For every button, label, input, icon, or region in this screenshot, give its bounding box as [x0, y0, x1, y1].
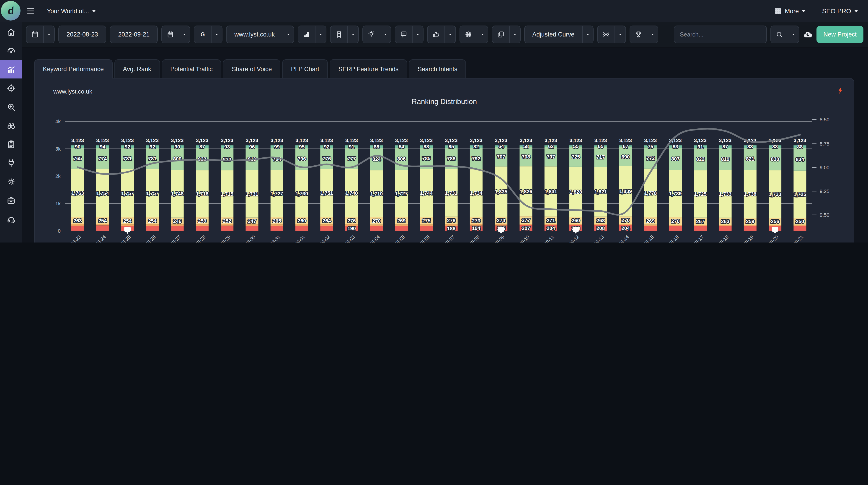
sidebar-item-reports[interactable] [0, 135, 22, 153]
svg-text:3,123: 3,123 [146, 138, 159, 143]
tab-plp-chart[interactable]: PLP Chart [282, 59, 328, 79]
svg-text:1,835: 1,835 [495, 189, 507, 195]
insights-button[interactable] [362, 26, 391, 44]
chevron-down-icon [802, 10, 806, 12]
chart-steps-icon [298, 26, 315, 43]
svg-text:3,123: 3,123 [794, 138, 806, 143]
keyword-groups-button[interactable] [330, 26, 359, 44]
svg-text:83: 83 [673, 144, 678, 149]
dropdown-caret[interactable] [647, 26, 658, 43]
svg-text:3,123: 3,123 [296, 138, 308, 143]
svg-text:3,123: 3,123 [71, 138, 84, 143]
tab-keyword-performance[interactable]: Keyword Performance [34, 59, 113, 79]
tab-share-of-voice[interactable]: Share of Voice [223, 59, 281, 79]
dropdown-caret[interactable] [347, 26, 358, 43]
search-input[interactable] [674, 26, 767, 44]
svg-text:96: 96 [249, 144, 255, 150]
sidebar-item-rankings[interactable] [0, 60, 22, 79]
svg-text:270: 270 [621, 218, 630, 223]
tab-avg-rank[interactable]: Avg. Rank [114, 59, 160, 79]
sidebar-item-research[interactable] [0, 97, 22, 116]
app-logo-icon[interactable]: d [1, 1, 21, 21]
svg-text:93: 93 [224, 144, 230, 150]
svg-text:8.50: 8.50 [820, 117, 830, 122]
sidebar-item-settings[interactable] [0, 172, 22, 191]
sidebar-item-integrations[interactable] [0, 154, 22, 172]
ranking-distribution-chart[interactable]: 4k3k2k1k08.508.759.009.259.503,1232631,7… [35, 79, 854, 242]
dropdown-caret[interactable] [582, 26, 593, 43]
tab-serp-feature-trends[interactable]: SERP Feature Trends [330, 59, 407, 79]
svg-text:3,123: 3,123 [171, 138, 184, 143]
svg-text:3,123: 3,123 [121, 138, 134, 143]
dropdown-caret[interactable] [211, 26, 222, 43]
visibility-button[interactable] [597, 26, 626, 44]
svg-text:92: 92 [324, 144, 330, 150]
svg-text:9.25: 9.25 [820, 189, 830, 194]
svg-text:3,123: 3,123 [370, 138, 383, 143]
svg-text:781: 781 [123, 156, 132, 162]
sidebar-item-dashboard[interactable] [0, 41, 22, 60]
date-preset-button[interactable] [26, 26, 55, 44]
new-project-button[interactable]: New Project [816, 26, 863, 43]
hamburger-menu-icon[interactable] [26, 6, 35, 16]
more-menu[interactable]: More [774, 7, 806, 15]
svg-text:3,123: 3,123 [271, 138, 283, 143]
search-engine-button[interactable]: G [194, 26, 222, 44]
svg-text:690: 690 [621, 154, 630, 160]
svg-text:708: 708 [522, 154, 530, 160]
svg-text:188: 188 [447, 226, 456, 231]
export-cloud-button[interactable] [803, 29, 813, 39]
svg-text:95: 95 [299, 144, 305, 150]
dropdown-caret[interactable] [43, 26, 54, 43]
sidebar-item-tracking[interactable] [0, 79, 22, 97]
svg-text:2022-09-11: 2022-09-11 [534, 234, 555, 242]
search-submit-button[interactable] [770, 26, 799, 44]
notes-button[interactable] [395, 26, 423, 44]
tab-search-intents[interactable]: Search Intents [409, 59, 466, 79]
plan-menu[interactable]: SEO PRO [822, 7, 858, 15]
sidebar-item-support[interactable] [0, 210, 22, 228]
dropdown-caret[interactable] [282, 26, 293, 43]
duplicate-view-button[interactable] [492, 26, 520, 44]
dropdown-caret[interactable] [379, 26, 391, 43]
svg-text:822: 822 [696, 156, 705, 162]
svg-text:3,123: 3,123 [644, 138, 657, 143]
sidebar-item-competitors[interactable] [0, 116, 22, 135]
domain-selector[interactable]: www.lyst.co.uk [226, 26, 294, 44]
locations-button[interactable] [459, 26, 488, 44]
tab-potential-traffic[interactable]: Potential Traffic [162, 59, 221, 79]
gauge-icon [6, 46, 16, 55]
rank-type-button[interactable] [298, 26, 326, 44]
svg-text:75: 75 [648, 144, 653, 149]
dropdown-caret[interactable] [476, 26, 488, 43]
sidebar-item-home[interactable] [0, 23, 22, 41]
svg-text:1,715: 1,715 [221, 191, 234, 197]
workspace-selector[interactable]: Your World of... [47, 7, 96, 15]
svg-text:2022-09-10: 2022-09-10 [509, 234, 530, 242]
calendar-compare-button[interactable] [161, 26, 190, 44]
start-date-button[interactable]: 2022-08-23 [58, 26, 106, 44]
svg-text:273: 273 [472, 218, 480, 224]
dropdown-caret[interactable] [412, 26, 423, 43]
svg-text:270: 270 [372, 218, 381, 224]
curve-selector[interactable]: Adjusted Curve [524, 26, 594, 44]
annotation-bubble-icon [772, 227, 778, 234]
sidebar [0, 22, 22, 242]
dropdown-caret[interactable] [509, 26, 520, 43]
dropdown-caret[interactable] [179, 26, 190, 43]
sidebar-item-workspace[interactable] [0, 191, 22, 209]
svg-text:2022-08-26: 2022-08-26 [135, 234, 157, 242]
svg-text:1,727: 1,727 [395, 191, 408, 196]
dropdown-caret[interactable] [615, 26, 625, 43]
svg-text:1k: 1k [55, 201, 61, 206]
svg-text:58: 58 [523, 143, 529, 149]
svg-text:67: 67 [623, 143, 628, 149]
dropdown-caret[interactable] [315, 26, 326, 43]
competition-button[interactable] [629, 26, 658, 44]
end-date-button[interactable]: 2022-09-21 [110, 26, 158, 44]
dropdown-caret[interactable] [444, 26, 455, 43]
svg-text:204: 204 [547, 225, 555, 231]
svg-text:254: 254 [98, 218, 107, 224]
approvals-button[interactable] [427, 26, 456, 44]
dropdown-caret[interactable] [788, 26, 799, 43]
